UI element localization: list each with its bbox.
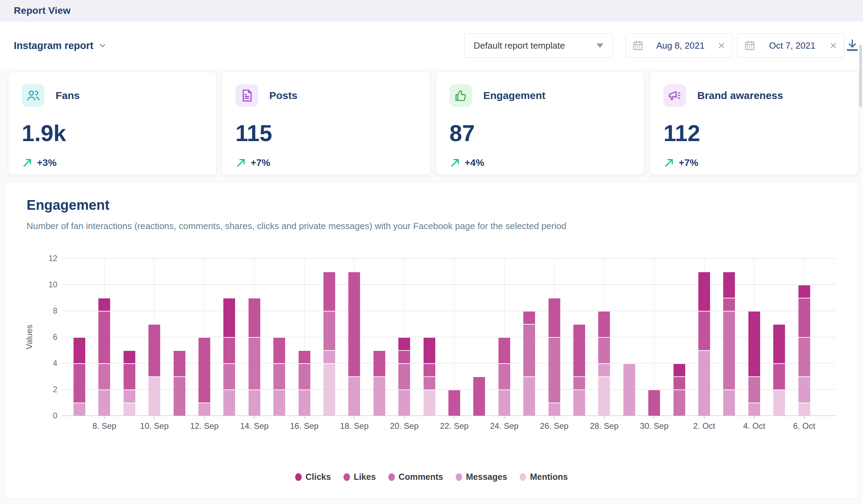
bar-segment-messages[interactable]	[124, 389, 135, 403]
bar-segment-mentions[interactable]	[124, 403, 135, 416]
bar-segment-messages[interactable]	[549, 403, 560, 416]
bar-segment-messages[interactable]	[374, 376, 385, 416]
bar-segment-comments[interactable]	[223, 363, 235, 389]
bar-segment-clicks[interactable]	[74, 337, 85, 363]
bar-segment-clicks[interactable]	[723, 271, 735, 298]
legend-item-likes[interactable]: Likes	[343, 472, 376, 482]
bar-segment-likes[interactable]	[374, 350, 385, 376]
bar-segment-mentions[interactable]	[773, 389, 785, 416]
bar-segment-comments[interactable]	[424, 376, 435, 389]
bar-segment-messages[interactable]	[273, 389, 285, 416]
bar-segment-comments[interactable]	[273, 363, 285, 389]
bar-segment-likes[interactable]	[798, 298, 810, 337]
bar-segment-mentions[interactable]	[798, 403, 810, 416]
bar-segment-likes[interactable]	[673, 376, 685, 389]
bar-segment-likes[interactable]	[698, 311, 710, 350]
bar-segment-likes[interactable]	[498, 337, 510, 363]
bar-segment-likes[interactable]	[198, 337, 210, 403]
bar-segment-likes[interactable]	[124, 363, 135, 389]
bar-segment-likes[interactable]	[523, 311, 535, 324]
bar-segment-comments[interactable]	[249, 337, 260, 389]
bar-segment-likes[interactable]	[598, 311, 610, 337]
bar-segment-likes[interactable]	[299, 350, 310, 363]
date-start-field[interactable]: Aug 8, 2021	[626, 33, 733, 58]
bar-segment-comments[interactable]	[673, 389, 685, 416]
bar-segment-messages[interactable]	[74, 403, 85, 416]
bar-segment-messages[interactable]	[798, 376, 810, 403]
bar-segment-comments[interactable]	[398, 363, 410, 389]
bar-segment-messages[interactable]	[398, 389, 410, 416]
bar-segment-comments[interactable]	[748, 376, 760, 403]
bar-segment-messages[interactable]	[348, 376, 360, 416]
bar-segment-clicks[interactable]	[424, 337, 435, 363]
bar-segment-messages[interactable]	[249, 389, 260, 416]
bar-segment-clicks[interactable]	[98, 298, 110, 311]
bar-segment-clicks[interactable]	[398, 337, 410, 350]
scrollbar-thumb[interactable]	[859, 45, 862, 107]
bar-segment-comments[interactable]	[523, 324, 535, 376]
bar-segment-messages[interactable]	[598, 363, 610, 376]
bar-segment-likes[interactable]	[424, 363, 435, 376]
bar-segment-likes[interactable]	[174, 350, 185, 376]
date-end-clear-icon[interactable]	[829, 41, 838, 50]
bar-segment-likes[interactable]	[398, 350, 410, 363]
bar-segment-likes[interactable]	[648, 389, 660, 416]
template-select[interactable]: Default report template	[464, 33, 613, 58]
bar-segment-likes[interactable]	[323, 271, 335, 311]
bar-segment-likes[interactable]	[573, 324, 585, 376]
bar-segment-comments[interactable]	[573, 376, 585, 389]
bar-segment-mentions[interactable]	[424, 389, 435, 416]
bar-segment-comments[interactable]	[723, 311, 735, 389]
bar-segment-clicks[interactable]	[223, 298, 235, 337]
report-selector-dropdown[interactable]: Instagram report	[14, 21, 107, 70]
bar-segment-messages[interactable]	[748, 403, 760, 416]
bar-segment-messages[interactable]	[323, 350, 335, 363]
bar-segment-clicks[interactable]	[748, 311, 760, 376]
bar-segment-clicks[interactable]	[698, 271, 710, 311]
bar-segment-comments[interactable]	[98, 363, 110, 389]
bar-segment-likes[interactable]	[773, 363, 785, 389]
bar-segment-likes[interactable]	[223, 337, 235, 363]
bar-segment-mentions[interactable]	[323, 363, 335, 416]
bar-segment-messages[interactable]	[573, 389, 585, 416]
bar-segment-messages[interactable]	[498, 389, 510, 416]
bar-segment-messages[interactable]	[223, 389, 235, 416]
bar-segment-likes[interactable]	[549, 298, 560, 337]
bar-segment-mentions[interactable]	[148, 376, 160, 416]
date-end-field[interactable]: Oct 7, 2021	[737, 33, 844, 58]
bar-segment-messages[interactable]	[623, 363, 635, 416]
legend-item-messages[interactable]: Messages	[456, 472, 507, 482]
bar-segment-comments[interactable]	[498, 363, 510, 389]
bar-segment-clicks[interactable]	[798, 285, 810, 298]
bar-segment-messages[interactable]	[198, 403, 210, 416]
bar-segment-likes[interactable]	[98, 311, 110, 363]
bar-segment-comments[interactable]	[299, 363, 310, 389]
bar-segment-likes[interactable]	[74, 363, 85, 403]
date-start-clear-icon[interactable]	[717, 41, 726, 50]
bar-segment-messages[interactable]	[723, 389, 735, 416]
download-button[interactable]	[845, 38, 860, 52]
bar-segment-comments[interactable]	[598, 337, 610, 363]
bar-segment-likes[interactable]	[273, 337, 285, 363]
bar-segment-messages[interactable]	[523, 376, 535, 416]
bar-segment-likes[interactable]	[473, 376, 485, 416]
bar-segment-likes[interactable]	[723, 298, 735, 311]
legend-item-clicks[interactable]: Clicks	[295, 472, 331, 482]
bar-segment-clicks[interactable]	[773, 324, 785, 363]
bar-segment-comments[interactable]	[323, 311, 335, 350]
bar-segment-messages[interactable]	[698, 350, 710, 416]
bar-segment-likes[interactable]	[348, 271, 360, 376]
bar-segment-clicks[interactable]	[673, 363, 685, 376]
bar-segment-mentions[interactable]	[598, 376, 610, 416]
bar-segment-comments[interactable]	[549, 337, 560, 403]
bar-segment-messages[interactable]	[299, 389, 310, 416]
bar-segment-likes[interactable]	[148, 324, 160, 376]
bar-segment-messages[interactable]	[98, 389, 110, 416]
bar-segment-comments[interactable]	[798, 337, 810, 376]
legend-item-mentions[interactable]: Mentions	[520, 472, 568, 482]
bar-segment-clicks[interactable]	[124, 350, 135, 363]
legend-item-comments[interactable]: Comments	[388, 472, 443, 482]
bar-segment-likes[interactable]	[249, 298, 260, 337]
bar-segment-comments[interactable]	[174, 376, 185, 416]
bar-segment-likes[interactable]	[448, 389, 460, 416]
